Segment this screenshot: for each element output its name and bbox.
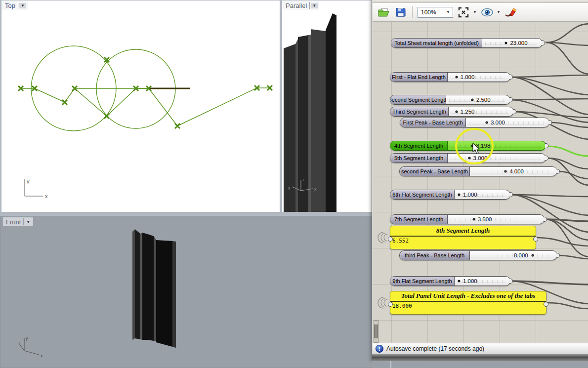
slider-knob[interactable] xyxy=(455,111,458,113)
axis-y-label: y xyxy=(26,336,28,341)
viewport-tab-front[interactable]: Front ▼ xyxy=(3,217,33,226)
preview-button[interactable] xyxy=(481,6,494,19)
axis-z-label: z xyxy=(18,340,21,345)
slider-knob[interactable] xyxy=(531,254,534,257)
slider-label: First Peak - Base Length xyxy=(400,118,466,127)
number-slider[interactable]: 9th Flat Segment Length 1.000 xyxy=(390,276,510,286)
chevron-down-icon[interactable]: ▼ xyxy=(497,10,501,14)
autosave-icon: ! xyxy=(376,345,383,353)
background-strip xyxy=(372,361,588,368)
slider-value: 1.250 xyxy=(461,109,475,115)
number-slider[interactable]: 6th Flat Segment Length 1.000 xyxy=(390,190,510,200)
viewport-top[interactable]: y x xyxy=(1,0,280,212)
slider-knob[interactable] xyxy=(471,99,473,101)
number-slider[interactable]: First - Flat End Length 1.000 xyxy=(390,72,510,82)
chevron-down-icon[interactable]: ▼ xyxy=(473,10,477,14)
red-pen-icon xyxy=(504,7,517,18)
panel-value: 18.000 xyxy=(390,302,546,310)
slider-rail[interactable]: 1.000 xyxy=(448,73,510,82)
slider-knob[interactable] xyxy=(455,76,458,79)
slider-knob[interactable] xyxy=(486,122,488,124)
sketch-button[interactable] xyxy=(504,6,517,19)
grasshopper-window[interactable]: 100% ▼ ▼ ▼ xyxy=(372,0,588,361)
grasshopper-canvas[interactable]: Total Sheet metal length (unfolded) 23.0… xyxy=(373,22,588,343)
panel-input-arcs xyxy=(378,232,387,308)
viewport-title: Parallel xyxy=(286,2,307,9)
slider-rail[interactable]: 1.000 xyxy=(455,190,510,199)
data-panel[interactable]: 8th Segment Length 6.552 xyxy=(390,226,536,249)
divider xyxy=(309,2,310,9)
slider-value: 4.000 xyxy=(509,168,524,174)
status-text: Autosave complete (17 seconds ago) xyxy=(386,345,484,352)
slider-rail[interactable]: 8.000 xyxy=(470,251,557,260)
panel-title: Total Panel Unit Length - Excludes one o… xyxy=(390,291,546,302)
slider-rail[interactable]: 23.000 xyxy=(482,39,542,47)
slider-knob[interactable] xyxy=(505,42,507,44)
eye-icon xyxy=(481,7,494,17)
slider-rail[interactable]: 1.250 xyxy=(449,107,513,116)
slider-knob[interactable] xyxy=(504,170,507,173)
number-slider[interactable]: 5th Segment Length 3.000 xyxy=(390,153,546,163)
selected-wire xyxy=(547,146,588,156)
slider-knob[interactable] xyxy=(468,157,470,160)
panel-title: 8th Segment Length xyxy=(390,226,536,237)
open-file-button[interactable] xyxy=(378,6,390,19)
slider-rail[interactable]: 3.198 xyxy=(448,141,546,150)
slider-knob[interactable] xyxy=(472,218,475,221)
slider-label: First - Flat End Length xyxy=(390,73,448,82)
slider-knob[interactable] xyxy=(458,280,460,283)
vertical-scrollbar[interactable] xyxy=(374,320,378,343)
axis-z-label: z xyxy=(302,177,305,182)
slider-rail[interactable]: 4.000 xyxy=(470,167,557,176)
slider-rail[interactable]: 3.000 xyxy=(466,118,549,127)
viewport-parallel[interactable]: z y x xyxy=(282,0,374,212)
toolbar-separator xyxy=(412,6,413,18)
slider-rail[interactable]: 3.000 xyxy=(448,154,546,163)
viewport-title: Top xyxy=(5,2,15,9)
slider-value: 1.000 xyxy=(463,278,477,284)
slider-label: 5th Segment Length xyxy=(390,154,448,163)
slider-label: third Peak - Base Length xyxy=(400,251,470,260)
slider-label: second Peak - Base Length xyxy=(400,167,470,176)
data-panel[interactable]: Total Panel Unit Length - Excludes one o… xyxy=(390,291,546,315)
zoom-extents-button[interactable] xyxy=(457,6,470,19)
slider-rail[interactable]: 3.500 xyxy=(448,215,544,224)
viewport-front[interactable]: y z x xyxy=(0,216,374,368)
slider-value: 23.000 xyxy=(510,40,527,46)
slider-value: 3.500 xyxy=(478,216,492,222)
slider-label: Third Segment Length xyxy=(390,107,449,116)
viewport-tab-parallel[interactable]: Parallel ▼ xyxy=(283,1,319,10)
number-slider[interactable]: second Peak - Base Length 4.000 xyxy=(399,166,557,176)
number-slider[interactable]: Third Segment Length 1.250 xyxy=(390,107,514,117)
chevron-down-icon[interactable]: ▼ xyxy=(311,3,318,8)
slider-knob[interactable] xyxy=(471,145,473,147)
save-floppy-icon xyxy=(395,7,406,17)
point-markers xyxy=(18,57,272,128)
number-slider[interactable]: 7th Segment Length 3.500 xyxy=(390,214,545,224)
slider-rail[interactable]: 2.500 xyxy=(446,95,510,104)
number-slider[interactable]: third Peak - Base Length 8.000 xyxy=(399,250,557,260)
save-file-button[interactable] xyxy=(394,6,407,19)
scrollbar-thumb[interactable] xyxy=(374,325,378,338)
chevron-down-icon[interactable]: ▼ xyxy=(444,10,453,14)
slider-label: 6th Flat Segment Length xyxy=(390,190,455,199)
viewport-tab-top[interactable]: Top ▼ xyxy=(2,1,28,10)
slider-label: 9th Flat Segment Length xyxy=(390,277,455,286)
slider-value: 2.500 xyxy=(476,97,491,103)
chevron-down-icon[interactable]: ▼ xyxy=(25,219,32,225)
zoom-level-value: 100% xyxy=(421,9,436,16)
front-view-geometry: y z x xyxy=(0,216,373,368)
number-slider-selected[interactable]: 4th Segment Length 3.198 xyxy=(390,141,546,151)
slider-rail[interactable]: 1.000 xyxy=(455,277,510,286)
slider-value: 1.000 xyxy=(463,192,477,198)
slider-knob[interactable] xyxy=(458,194,460,196)
slider-value: 3.000 xyxy=(491,120,505,125)
axis-x-label: x xyxy=(314,187,317,192)
top-view-geometry: y x xyxy=(1,0,280,212)
zoom-level-combobox[interactable]: 100% ▼ xyxy=(418,7,453,18)
slider-value: 8.000 xyxy=(514,252,528,258)
chevron-down-icon[interactable]: ▼ xyxy=(19,3,26,8)
number-slider[interactable]: Second Segment Length 2.500 xyxy=(390,95,510,105)
number-slider[interactable]: First Peak - Base Length 3.000 xyxy=(400,118,549,127)
number-slider[interactable]: Total Sheet metal length (unfolded) 23.0… xyxy=(391,38,543,48)
